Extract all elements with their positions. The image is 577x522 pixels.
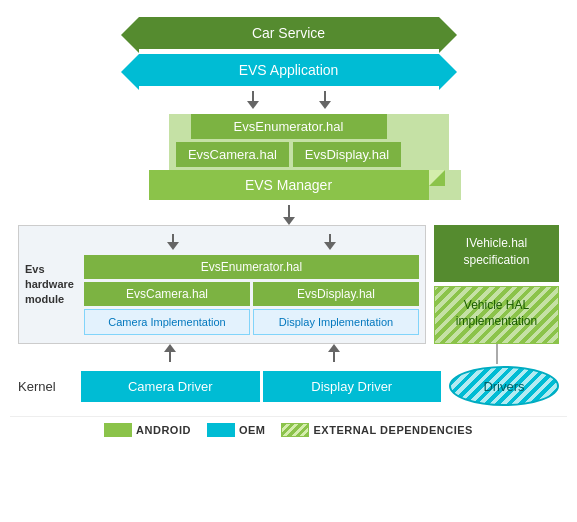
legend-android-color: [104, 423, 132, 437]
layout-wrapper: Car Service EVS Application: [10, 10, 567, 443]
ivehicle-spec-box: IVehicle.hal specification: [434, 225, 559, 282]
legend-android-label: ANDROID: [136, 424, 191, 436]
drivers-oval: Drivers: [449, 366, 559, 406]
hardware-module-wrapper: Evs hardware module: [18, 225, 426, 344]
evs-manager-box: EVS Manager: [149, 170, 429, 200]
arrow-up-camera: [164, 344, 176, 362]
arrow-up-display: [328, 344, 340, 362]
kernel-row: Kernel Camera Driver Display Driver Driv…: [18, 366, 559, 406]
display-driver-box: Display Driver: [263, 371, 442, 402]
legend-oem-color: [207, 423, 235, 437]
kernel-boxes: Camera Driver Display Driver: [81, 371, 441, 402]
car-service-label: Car Service: [252, 25, 325, 41]
inner-camera-box: EvsCamera.hal: [84, 282, 250, 306]
hw-inner: EvsEnumerator.hal EvsCamera.hal EvsDispl…: [84, 234, 419, 335]
hal-camera-box: EvsCamera.hal: [176, 142, 289, 167]
display-impl-box: Display Implementation: [253, 309, 419, 335]
main-content-row: Evs hardware module: [18, 225, 559, 344]
hardware-module-label: Evs hardware module: [25, 234, 80, 335]
kernel-label: Kernel: [18, 379, 73, 394]
legend: ANDROID OEM EXTERNAL DEPENDENCIES: [10, 416, 567, 443]
bottom-section: Evs hardware module: [10, 225, 567, 406]
vehicle-hal-impl-box: Vehicle HAL implementation: [434, 286, 559, 345]
car-service-box: Car Service: [139, 17, 439, 49]
top-section: Car Service EVS Application: [10, 10, 567, 225]
diagram-container: Car Service EVS Application: [0, 0, 577, 522]
arrow-down-manager: [283, 205, 295, 225]
legend-external: EXTERNAL DEPENDENCIES: [281, 423, 472, 437]
legend-oem: OEM: [207, 423, 266, 437]
evs-application-box: EVS Application: [139, 54, 439, 86]
legend-oem-label: OEM: [239, 424, 266, 436]
legend-external-label: EXTERNAL DEPENDENCIES: [313, 424, 472, 436]
camera-driver-box: Camera Driver: [81, 371, 260, 402]
ivehicle-connector: [434, 344, 559, 364]
inner-enumerator: EvsEnumerator.hal: [84, 255, 419, 279]
arrow-down-1: [247, 91, 259, 109]
arrow-down-2: [319, 91, 331, 109]
ivehicle-section: IVehicle.hal specification Vehicle HAL i…: [434, 225, 559, 344]
evs-application-label: EVS Application: [239, 62, 339, 78]
legend-external-color: [281, 423, 309, 437]
hal-enumerator-top: EvsEnumerator.hal: [191, 114, 387, 139]
inner-display-box: EvsDisplay.hal: [253, 282, 419, 306]
arrow-inner-1: [167, 234, 179, 250]
arrow-inner-2: [324, 234, 336, 250]
camera-impl-box: Camera Implementation: [84, 309, 250, 335]
hw-label-text: Evs hardware module: [25, 262, 74, 308]
hal-display-box: EvsDisplay.hal: [293, 142, 401, 167]
legend-android: ANDROID: [104, 423, 191, 437]
